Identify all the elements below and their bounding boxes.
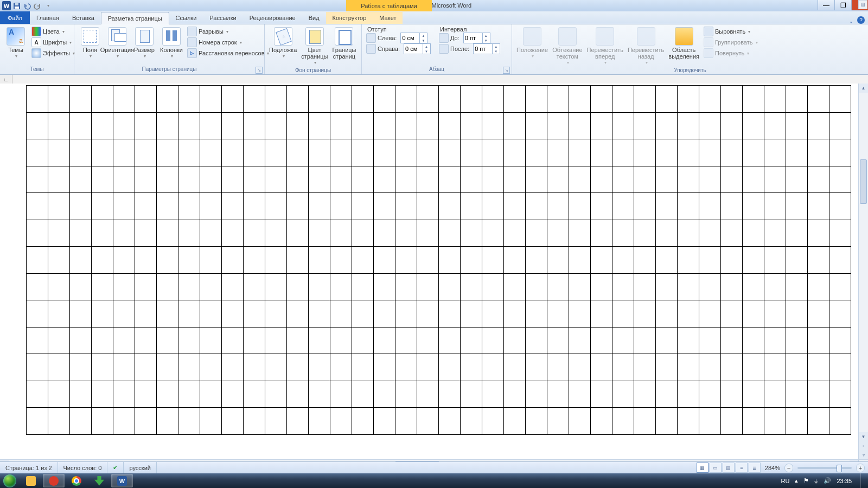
table-cell[interactable] bbox=[417, 381, 439, 408]
table-cell[interactable] bbox=[330, 273, 352, 300]
table-cell[interactable] bbox=[374, 354, 395, 381]
table-cell[interactable] bbox=[699, 166, 721, 193]
table-cell[interactable] bbox=[699, 112, 721, 139]
table-cell[interactable] bbox=[656, 273, 678, 300]
table-cell[interactable] bbox=[547, 247, 569, 274]
table-cell[interactable] bbox=[634, 354, 656, 381]
table-cell[interactable] bbox=[764, 300, 786, 328]
table-cell[interactable] bbox=[330, 193, 352, 220]
tray-show-hidden-icon[interactable]: ▴ bbox=[795, 477, 798, 484]
table-cell[interactable] bbox=[634, 86, 656, 113]
table-cell[interactable] bbox=[178, 354, 200, 381]
table-cell[interactable] bbox=[113, 220, 135, 247]
table-cell[interactable] bbox=[265, 220, 287, 247]
table-cell[interactable] bbox=[157, 327, 178, 354]
table-cell[interactable] bbox=[678, 408, 699, 435]
table-cell[interactable] bbox=[222, 193, 244, 220]
table-cell[interactable] bbox=[634, 300, 656, 328]
table-cell[interactable] bbox=[461, 381, 482, 408]
table-cell[interactable] bbox=[178, 86, 200, 113]
tab-главная[interactable]: Главная bbox=[30, 12, 66, 24]
table-cell[interactable] bbox=[526, 300, 547, 328]
table-cell[interactable] bbox=[287, 220, 309, 247]
table-cell[interactable] bbox=[287, 193, 309, 220]
table-cell[interactable] bbox=[526, 247, 547, 274]
table-cell[interactable] bbox=[395, 220, 417, 247]
table-cell[interactable] bbox=[92, 247, 113, 274]
table-cell[interactable] bbox=[157, 408, 178, 435]
tray-network-icon[interactable]: ⏚ bbox=[814, 478, 818, 484]
table-cell[interactable] bbox=[678, 139, 699, 166]
table-cell[interactable] bbox=[48, 112, 70, 139]
word-logo-icon[interactable]: W bbox=[2, 2, 11, 10]
table-cell[interactable] bbox=[482, 381, 504, 408]
table-cell[interactable] bbox=[656, 381, 678, 408]
table-cell[interactable] bbox=[678, 300, 699, 328]
table-cell[interactable] bbox=[678, 327, 699, 354]
table-cell[interactable] bbox=[265, 327, 287, 354]
table-cell[interactable] bbox=[461, 300, 482, 328]
table-cell[interactable] bbox=[200, 220, 222, 247]
table-cell[interactable] bbox=[244, 220, 265, 247]
table-cell[interactable] bbox=[461, 86, 482, 113]
spacing-before-input[interactable]: ▲▼ bbox=[463, 33, 490, 43]
taskbar-explorer[interactable] bbox=[20, 474, 42, 487]
table-cell[interactable] bbox=[808, 247, 829, 274]
table-cell[interactable] bbox=[678, 354, 699, 381]
table-cell[interactable] bbox=[482, 408, 504, 435]
table-cell[interactable] bbox=[135, 327, 157, 354]
table-cell[interactable] bbox=[70, 408, 92, 435]
table-cell[interactable] bbox=[330, 327, 352, 354]
table-cell[interactable] bbox=[439, 86, 461, 113]
table-cell[interactable] bbox=[113, 112, 135, 139]
table-cell[interactable] bbox=[721, 139, 743, 166]
table-cell[interactable] bbox=[287, 112, 309, 139]
wrap-text-button[interactable]: Обтекание текстом▾ bbox=[550, 26, 584, 67]
table-cell[interactable] bbox=[461, 193, 482, 220]
table-cell[interactable] bbox=[135, 86, 157, 113]
ruler-toggle[interactable]: ▤ bbox=[858, 0, 867, 9]
table-cell[interactable] bbox=[352, 408, 374, 435]
table-cell[interactable] bbox=[113, 273, 135, 300]
table-cell[interactable] bbox=[547, 300, 569, 328]
taskbar-chrome[interactable] bbox=[66, 474, 87, 487]
tab-конструктор[interactable]: Конструктор bbox=[326, 12, 373, 24]
table-cell[interactable] bbox=[461, 166, 482, 193]
table-cell[interactable] bbox=[135, 112, 157, 139]
show-desktop-button[interactable] bbox=[860, 473, 866, 488]
table-cell[interactable] bbox=[699, 381, 721, 408]
table-cell[interactable] bbox=[678, 112, 699, 139]
table-cell[interactable] bbox=[829, 381, 851, 408]
table-cell[interactable] bbox=[309, 327, 330, 354]
table-cell[interactable] bbox=[244, 273, 265, 300]
table-cell[interactable] bbox=[526, 139, 547, 166]
table-cell[interactable] bbox=[656, 86, 678, 113]
page-borders-button[interactable]: Границы страниц bbox=[330, 26, 358, 61]
table-cell[interactable] bbox=[764, 381, 786, 408]
table-cell[interactable] bbox=[439, 300, 461, 328]
table-cell[interactable] bbox=[678, 247, 699, 274]
table-cell[interactable] bbox=[395, 408, 417, 435]
table-cell[interactable] bbox=[222, 354, 244, 381]
table-cell[interactable] bbox=[113, 381, 135, 408]
table-cell[interactable] bbox=[699, 86, 721, 113]
table-cell[interactable] bbox=[612, 408, 634, 435]
table-cell[interactable] bbox=[27, 247, 48, 274]
table-cell[interactable] bbox=[92, 354, 113, 381]
table-cell[interactable] bbox=[330, 112, 352, 139]
table-cell[interactable] bbox=[27, 166, 48, 193]
table-cell[interactable] bbox=[178, 139, 200, 166]
table-cell[interactable] bbox=[808, 327, 829, 354]
table-cell[interactable] bbox=[157, 139, 178, 166]
table-cell[interactable] bbox=[48, 327, 70, 354]
table-cell[interactable] bbox=[656, 220, 678, 247]
table-cell[interactable] bbox=[634, 247, 656, 274]
table-cell[interactable] bbox=[591, 354, 612, 381]
table-cell[interactable] bbox=[526, 86, 547, 113]
table-cell[interactable] bbox=[721, 247, 743, 274]
table-cell[interactable] bbox=[786, 112, 808, 139]
margins-button[interactable]: Поля▾ bbox=[76, 26, 104, 61]
table-cell[interactable] bbox=[244, 408, 265, 435]
prev-page-icon[interactable]: ◦ bbox=[859, 441, 868, 451]
table-cell[interactable] bbox=[309, 354, 330, 381]
